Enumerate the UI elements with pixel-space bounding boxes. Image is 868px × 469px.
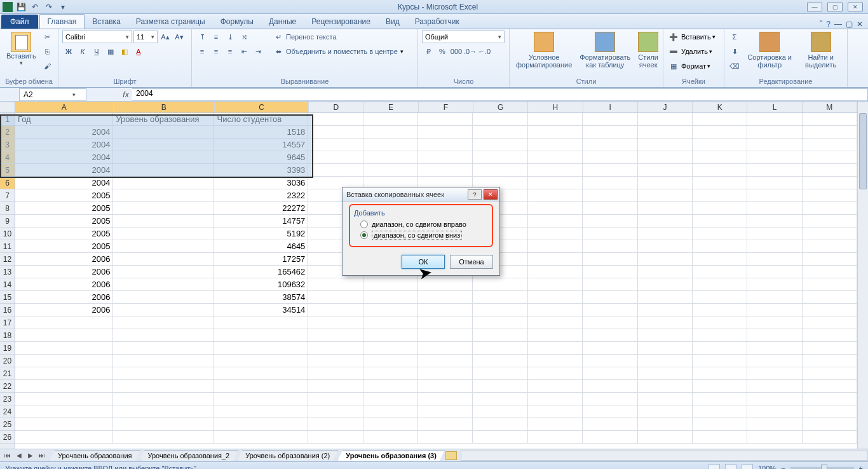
cell[interactable]: 2005 [15,202,113,215]
cell[interactable] [473,405,527,418]
row-header[interactable]: 24 [0,405,15,418]
cell[interactable] [214,393,308,405]
cell[interactable] [363,304,418,316]
restore-button[interactable]: ▢ [827,3,843,11]
cell[interactable] [363,113,418,126]
cell[interactable] [747,278,802,291]
row-header[interactable]: 2 [0,126,15,139]
font-name-combo[interactable]: Calibri▾ [62,31,132,43]
cell[interactable] [113,405,214,418]
tab-formulas[interactable]: Формулы [213,15,261,29]
cell[interactable] [363,139,418,151]
cell[interactable] [583,126,637,139]
cell[interactable]: 14757 [214,215,308,228]
cell[interactable] [308,278,363,291]
cell[interactable] [473,329,527,342]
minimize-button[interactable]: — [807,3,822,11]
col-header-G[interactable]: G [473,102,528,112]
cell[interactable] [214,316,308,329]
cell[interactable] [473,418,527,431]
italic-icon[interactable]: К [76,45,89,58]
cell[interactable] [528,278,583,291]
cell[interactable] [693,240,747,253]
cell[interactable] [214,355,308,367]
cell[interactable] [308,342,363,355]
dialog-title-bar[interactable]: Вставка скопированных ячеек ? ✕ [342,187,499,201]
cell[interactable] [418,304,473,316]
cell[interactable] [528,113,583,126]
zoom-in-button[interactable]: + [859,465,863,470]
cell[interactable] [528,431,583,444]
align-left-icon[interactable]: ≡ [196,45,208,58]
dialog-close-button[interactable]: ✕ [484,189,498,200]
cell[interactable]: 3036 [214,177,308,189]
cell[interactable] [418,113,473,126]
cell[interactable] [528,342,583,355]
sheet-tab[interactable]: Урочвень образования (3) [337,450,445,461]
cell[interactable] [583,291,637,304]
cell[interactable] [418,329,473,342]
cell[interactable] [583,113,637,126]
cell[interactable] [583,202,637,215]
autosum-icon[interactable]: Σ [728,31,741,43]
cell[interactable] [308,393,363,405]
cell[interactable] [528,228,583,240]
cell[interactable] [473,316,527,329]
cell[interactable] [747,316,802,329]
cell[interactable] [363,151,418,164]
cell[interactable] [693,342,747,355]
row-header[interactable]: 8 [0,202,15,215]
tab-view[interactable]: Вид [378,15,407,29]
cell[interactable] [473,304,527,316]
cell[interactable] [418,139,473,151]
cell[interactable] [747,329,802,342]
cell[interactable] [473,291,527,304]
cell[interactable] [113,151,214,164]
cell[interactable]: 3393 [214,164,308,177]
cell[interactable] [747,418,802,431]
inc-decimal-icon[interactable]: .0→ [464,45,477,58]
cell[interactable] [803,291,857,304]
cell[interactable] [693,329,747,342]
cell[interactable] [803,126,857,139]
formula-input[interactable]: 2004 [132,88,868,101]
cell[interactable] [693,177,747,189]
cancel-button[interactable]: Отмена [450,255,493,269]
copy-icon[interactable]: ⎘ [41,45,54,58]
scroll-thumb[interactable] [859,113,867,189]
cell[interactable] [638,291,693,304]
radio-shift-right[interactable]: диапазон, со сдвигом вправо [354,219,488,229]
cell[interactable] [583,367,637,380]
cell[interactable] [473,139,527,151]
cell[interactable] [15,342,113,355]
row-header[interactable]: 6 [0,177,15,189]
cell[interactable] [583,139,637,151]
cell[interactable] [803,164,857,177]
cell[interactable] [113,342,214,355]
cell[interactable] [747,253,802,266]
cell[interactable] [803,177,857,189]
cell[interactable] [15,316,113,329]
doc-restore-icon[interactable]: ▢ [846,20,853,29]
row-header[interactable]: 21 [0,367,15,380]
insert-cells-button[interactable]: ➕Вставить▾ [667,31,720,43]
cell[interactable] [418,393,473,405]
cell[interactable] [528,367,583,380]
cell[interactable]: 5192 [214,228,308,240]
cell[interactable] [214,431,308,444]
undo-icon[interactable]: ↶ [29,1,41,13]
cell[interactable] [638,418,693,431]
cell[interactable] [15,405,113,418]
cell[interactable] [693,113,747,126]
cell[interactable] [363,355,418,367]
cell[interactable] [803,405,857,418]
cell[interactable] [693,405,747,418]
radio-shift-down[interactable]: диапазон, со сдвигом вниз [354,229,488,241]
cell[interactable] [638,355,693,367]
sheet-nav-prev-icon[interactable]: ◀ [14,451,24,461]
cell[interactable] [803,253,857,266]
delete-cells-button[interactable]: ➖Удалить▾ [667,45,720,58]
sheet-nav-next-icon[interactable]: ▶ [25,451,36,461]
cell[interactable] [308,291,363,304]
comma-icon[interactable]: 000 [450,45,463,58]
